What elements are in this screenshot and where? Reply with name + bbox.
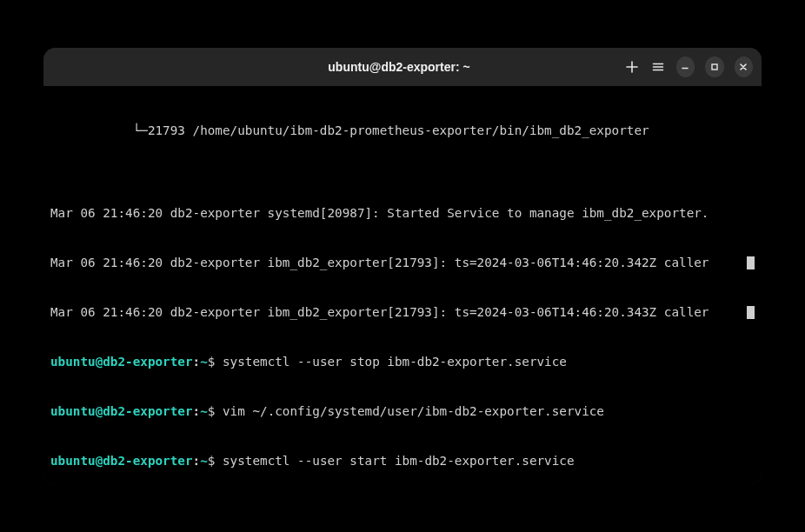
maximize-button[interactable] (705, 57, 723, 77)
svg-rect-0 (712, 64, 717, 70)
output-line: └─21793 /home/ubuntu/ibm-db2-prometheus-… (50, 123, 755, 139)
prompt-sigil: $ (208, 454, 223, 468)
output-line: Mar 06 21:46:20 db2-exporter ibm_db2_exp… (50, 255, 755, 271)
prompt-colon: : (193, 355, 201, 369)
prompt-path: ~ (200, 355, 208, 369)
close-button[interactable] (735, 57, 753, 77)
titlebar-controls (624, 57, 753, 77)
maximize-icon (709, 62, 720, 72)
terminal-content[interactable]: └─21793 /home/ubuntu/ibm-db2-prometheus-… (43, 86, 762, 484)
prompt-sigil: $ (208, 404, 223, 418)
command-text: systemctl --user start ibm-db2-exporter.… (223, 454, 575, 468)
command-text: systemctl --user stop ibm-db2-exporter.s… (223, 355, 567, 369)
hamburger-icon (651, 60, 665, 74)
titlebar: ubuntu@db2-exporter: ~ (43, 48, 762, 86)
command-text: vim ~/.config/systemd/user/ibm-db2-expor… (223, 404, 604, 418)
prompt-user: ubuntu@db2-exporter (50, 404, 193, 418)
minimize-button[interactable] (676, 57, 695, 77)
minimize-icon (680, 62, 690, 72)
prompt-line: ubuntu@db2-exporter:~$ systemctl --user … (50, 354, 755, 370)
close-icon (738, 62, 748, 72)
window-title: ubuntu@db2-exporter: ~ (174, 60, 624, 74)
prompt-colon: : (193, 404, 201, 418)
prompt-sigil: $ (208, 355, 223, 369)
prompt-user: ubuntu@db2-exporter (50, 454, 193, 468)
prompt-colon: : (193, 454, 201, 468)
plus-icon (625, 60, 639, 74)
prompt-line: ubuntu@db2-exporter:~$ systemctl --user … (50, 453, 755, 469)
prompt-user: ubuntu@db2-exporter (50, 355, 193, 369)
prompt-line: ubuntu@db2-exporter:~$ vim ~/.config/sys… (50, 403, 755, 420)
prompt-path: ~ (200, 454, 208, 468)
prompt-path: ~ (200, 404, 208, 418)
output-line: Mar 06 21:46:20 db2-exporter systemd[209… (50, 205, 755, 222)
terminal-window: ubuntu@db2-exporter: ~ └─21793 /home/ubu… (43, 48, 762, 484)
output-line: Mar 06 21:46:20 db2-exporter ibm_db2_exp… (50, 304, 755, 321)
hamburger-menu-button[interactable] (650, 58, 666, 76)
new-tab-button[interactable] (624, 58, 640, 76)
